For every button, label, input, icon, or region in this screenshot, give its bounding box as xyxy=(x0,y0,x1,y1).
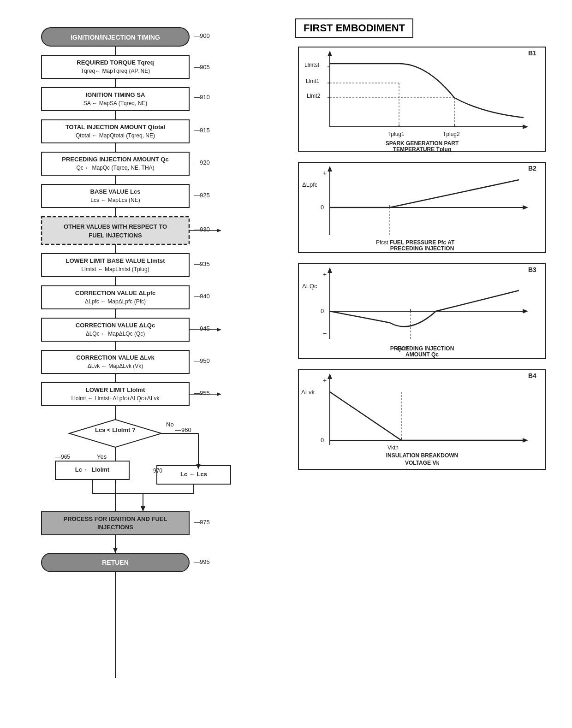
chart-b4: B4 + ΔLvk 0 Vkth INSULATION BREAKDOWN xyxy=(298,369,547,472)
svg-text:PROCESS FOR IGNITION AND FUEL: PROCESS FOR IGNITION AND FUEL xyxy=(64,515,167,522)
svg-text:Llmt1: Llmt1 xyxy=(306,78,320,84)
svg-text:B4: B4 xyxy=(528,372,536,379)
svg-text:—965: —965 xyxy=(55,454,70,460)
svg-text:Pfcst: Pfcst xyxy=(376,239,388,246)
charts-container: B1 Llmtst Llmt1 Llmt2 xyxy=(298,46,547,479)
svg-text:SPARK GENERATION PART: SPARK GENERATION PART xyxy=(386,140,459,147)
svg-text:INSULATION BREAKDOWN: INSULATION BREAKDOWN xyxy=(386,452,458,459)
svg-text:CORRECTION VALUE ΔLpfc: CORRECTION VALUE ΔLpfc xyxy=(75,290,156,296)
svg-marker-72 xyxy=(141,506,145,512)
svg-text:FUEL INJECTIONS: FUEL INJECTIONS xyxy=(89,232,142,239)
svg-text:PRECEDING INJECTION AMOUNT Qc: PRECEDING INJECTION AMOUNT Qc xyxy=(62,156,168,163)
chart-b2-svg: B2 + ΔLpfc 0 Pfcst xyxy=(298,161,547,254)
svg-text:LOWER LIMIT BASE VALUE Llmtst: LOWER LIMIT BASE VALUE Llmtst xyxy=(66,257,166,264)
svg-text:—920: —920 xyxy=(194,159,210,166)
svg-text:—945: —945 xyxy=(194,325,210,332)
chart-b4-svg: B4 + ΔLvk 0 Vkth INSULATION BREAKDOWN xyxy=(298,369,547,470)
svg-text:PRECEDING INJECTION: PRECEDING INJECTION xyxy=(390,345,454,352)
svg-text:—925: —925 xyxy=(194,192,210,199)
svg-marker-78 xyxy=(113,548,118,553)
svg-text:—955: —955 xyxy=(194,390,210,397)
flowchart-svg: IGNITION/INJECTION TIMING —900 REQUIRED … xyxy=(18,23,268,715)
svg-text:Lc ← Llolmt: Lc ← Llolmt xyxy=(75,466,110,473)
svg-text:—935: —935 xyxy=(194,260,210,267)
chart-b3-svg: B3 + ΔLQc 0 − Qcst xyxy=(298,263,547,360)
svg-text:FUEL PRESSURE Pfc AT: FUEL PRESSURE Pfc AT xyxy=(390,239,455,246)
svg-text:Tplug1: Tplug1 xyxy=(387,131,405,137)
svg-text:—900: —900 xyxy=(194,32,210,39)
svg-text:B1: B1 xyxy=(528,49,536,57)
svg-text:B3: B3 xyxy=(528,266,536,273)
svg-text:+: + xyxy=(323,169,327,177)
svg-text:Qtotal ← MapQtotal (Tqreq, NE): Qtotal ← MapQtotal (Tqreq, NE) xyxy=(76,132,155,139)
svg-text:ΔLQc: ΔLQc xyxy=(302,283,317,290)
svg-text:Tqreq← MapTqreq (AP, NE): Tqreq← MapTqreq (AP, NE) xyxy=(81,68,150,74)
svg-text:RETUEN: RETUEN xyxy=(102,559,129,566)
first-embodiment-title: FIRST EMBODIMENT xyxy=(295,18,413,38)
svg-text:—960: —960 xyxy=(175,426,191,433)
svg-text:ΔLpfc ← MapΔLpfc (Pfc): ΔLpfc ← MapΔLpfc (Pfc) xyxy=(85,298,146,305)
svg-text:Llolmt ← Llmtst+ΔLpfc+ΔLQc+ΔLv: Llolmt ← Llmtst+ΔLpfc+ΔLQc+ΔLvk xyxy=(71,395,160,402)
svg-text:—930: —930 xyxy=(194,226,210,233)
svg-text:−: − xyxy=(323,330,327,337)
svg-text:ΔLpfc: ΔLpfc xyxy=(302,181,318,188)
chart-b3: B3 + ΔLQc 0 − Qcst xyxy=(298,263,547,361)
svg-text:Lc ← Lcs: Lc ← Lcs xyxy=(180,471,207,478)
svg-text:PRECEDING INJECTION: PRECEDING INJECTION xyxy=(390,245,454,252)
svg-text:INJECTIONS: INJECTIONS xyxy=(97,524,133,531)
svg-text:—905: —905 xyxy=(194,64,210,71)
svg-text:—975: —975 xyxy=(194,519,210,526)
chart-b1: B1 Llmtst Llmt1 Llmt2 xyxy=(298,46,547,154)
svg-text:Qc ← MapQc (Tqreq, NE, THA): Qc ← MapQc (Tqreq, NE, THA) xyxy=(76,165,154,171)
svg-text:—915: —915 xyxy=(194,127,210,134)
svg-marker-43 xyxy=(217,328,221,331)
svg-marker-53 xyxy=(217,392,221,396)
svg-text:No: No xyxy=(166,421,174,428)
svg-marker-29 xyxy=(217,229,221,232)
svg-text:OTHER VALUES WITH RESPECT TO: OTHER VALUES WITH RESPECT TO xyxy=(64,223,167,230)
svg-text:0: 0 xyxy=(321,437,324,444)
svg-text:AMOUNT Qc: AMOUNT Qc xyxy=(405,351,439,358)
svg-text:ΔLvk: ΔLvk xyxy=(301,389,315,396)
svg-text:Lcs < Llolmt ?: Lcs < Llolmt ? xyxy=(95,426,136,433)
svg-text:ΔLvk ← MapΔLvk (Vk): ΔLvk ← MapΔLvk (Vk) xyxy=(88,363,143,369)
svg-text:ΔLQc ← MapΔLQc (Qc): ΔLQc ← MapΔLQc (Qc) xyxy=(86,331,145,337)
svg-text:CORRECTION VALUE ΔLQc: CORRECTION VALUE ΔLQc xyxy=(76,322,155,329)
svg-text:—970: —970 xyxy=(148,468,162,474)
svg-text:+: + xyxy=(323,271,327,278)
svg-text:SA ← MapSA (Tqreq, NE): SA ← MapSA (Tqreq, NE) xyxy=(83,100,148,107)
svg-text:—995: —995 xyxy=(194,558,210,565)
chart-b1-svg: B1 Llmtst Llmt1 Llmt2 xyxy=(298,46,547,152)
svg-text:Vkth: Vkth xyxy=(387,444,399,451)
svg-text:Llmtst: Llmtst xyxy=(304,62,320,68)
svg-text:Llmt2: Llmt2 xyxy=(307,93,321,99)
svg-text:CORRECTION VALUE ΔLvk: CORRECTION VALUE ΔLvk xyxy=(76,354,155,361)
svg-text:TOTAL INJECTION AMOUNT Qtotal: TOTAL INJECTION AMOUNT Qtotal xyxy=(66,124,165,130)
svg-text:+: + xyxy=(323,377,327,384)
svg-text:IGNITION/INJECTION TIMING: IGNITION/INJECTION TIMING xyxy=(71,34,160,41)
svg-text:Tplug2: Tplug2 xyxy=(443,131,460,137)
flowchart: IGNITION/INJECTION TIMING —900 REQUIRED … xyxy=(18,23,268,716)
svg-text:Llmtst ← MapLlmtst (Tplug): Llmtst ← MapLlmtst (Tplug) xyxy=(81,266,149,272)
svg-text:REQUIRED TORQUE Tqreq: REQUIRED TORQUE Tqreq xyxy=(77,59,154,66)
svg-text:TEMPERATURE Tplug: TEMPERATURE Tplug xyxy=(393,146,451,152)
svg-text:VOLTAGE Vk: VOLTAGE Vk xyxy=(405,460,440,466)
svg-text:0: 0 xyxy=(321,204,324,211)
svg-text:LOWER LIMIT Llolmt: LOWER LIMIT Llolmt xyxy=(86,386,145,393)
svg-rect-83 xyxy=(298,47,546,151)
svg-text:—950: —950 xyxy=(194,357,210,364)
svg-text:—910: —910 xyxy=(194,94,210,101)
svg-rect-24 xyxy=(42,217,189,244)
svg-text:B2: B2 xyxy=(528,165,536,172)
svg-text:—940: —940 xyxy=(194,293,210,300)
svg-text:IGNITION TIMING SA: IGNITION TIMING SA xyxy=(86,91,145,98)
svg-text:BASE VALUE Lcs: BASE VALUE Lcs xyxy=(90,188,141,195)
svg-marker-54 xyxy=(69,420,161,447)
svg-text:Lcs ← MapLcs (NE): Lcs ← MapLcs (NE) xyxy=(90,197,140,203)
svg-text:Yes: Yes xyxy=(97,453,107,460)
svg-text:0: 0 xyxy=(321,308,324,314)
page: FIRST EMBODIMENT IGNITION/INJECTION TIMI… xyxy=(0,0,572,728)
chart-b2: B2 + ΔLpfc 0 Pfcst xyxy=(298,161,547,255)
